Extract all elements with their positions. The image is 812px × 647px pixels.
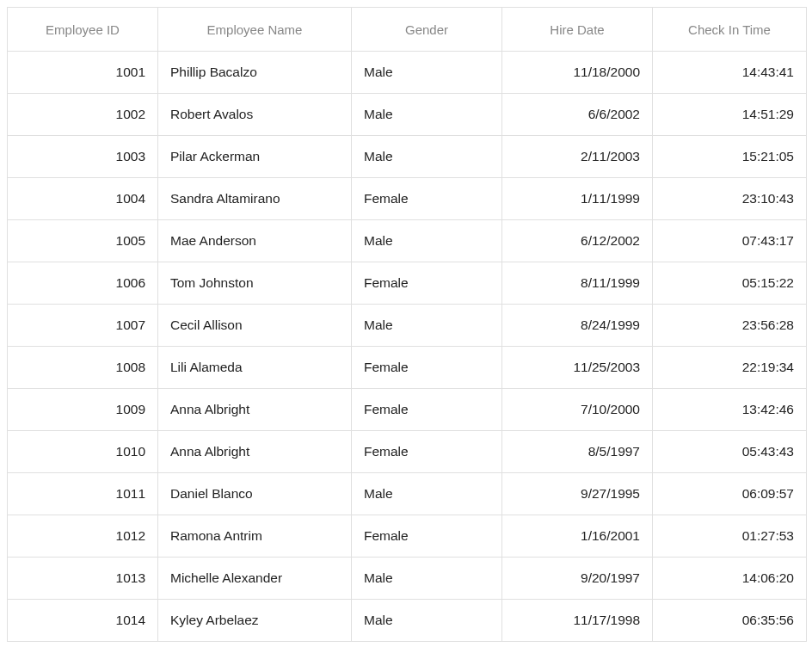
table-row[interactable]: 1013Michelle AlexanderMale9/20/199714:06… xyxy=(7,558,807,600)
cell-check-in-time[interactable]: 14:43:41 xyxy=(652,52,807,94)
cell-employee-id[interactable]: 1002 xyxy=(7,94,157,136)
header-employee-id[interactable]: Employee ID xyxy=(7,7,157,52)
table-row[interactable]: 1014Kyley ArbelaezMale11/17/199806:35:56 xyxy=(7,600,807,642)
table-row[interactable]: 1003Pilar AckermanMale2/11/200315:21:05 xyxy=(7,136,807,178)
cell-gender[interactable]: Female xyxy=(351,431,501,473)
cell-check-in-time[interactable]: 06:35:56 xyxy=(652,600,807,642)
cell-gender[interactable]: Male xyxy=(351,52,501,94)
cell-employee-id[interactable]: 1011 xyxy=(7,473,157,515)
cell-employee-id[interactable]: 1001 xyxy=(7,52,157,94)
cell-hire-date[interactable]: 8/11/1999 xyxy=(501,262,652,305)
cell-hire-date[interactable]: 8/24/1999 xyxy=(501,305,652,347)
cell-employee-id[interactable]: 1010 xyxy=(7,431,157,473)
table-header-row: Employee ID Employee Name Gender Hire Da… xyxy=(7,7,807,52)
cell-hire-date[interactable]: 2/11/2003 xyxy=(501,136,652,178)
cell-employee-id[interactable]: 1008 xyxy=(7,347,157,389)
cell-employee-name[interactable]: Tom Johnston xyxy=(157,262,351,305)
cell-hire-date[interactable]: 8/5/1997 xyxy=(501,431,652,473)
cell-employee-name[interactable]: Sandra Altamirano xyxy=(157,178,351,220)
cell-gender[interactable]: Female xyxy=(351,347,501,389)
cell-employee-name[interactable]: Cecil Allison xyxy=(157,305,351,347)
cell-employee-name[interactable]: Pilar Ackerman xyxy=(157,136,351,178)
table-row[interactable]: 1006Tom JohnstonFemale8/11/199905:15:22 xyxy=(7,262,807,305)
cell-gender[interactable]: Male xyxy=(351,600,501,642)
cell-check-in-time[interactable]: 07:43:17 xyxy=(652,220,807,262)
cell-employee-name[interactable]: Robert Avalos xyxy=(157,94,351,136)
cell-employee-id[interactable]: 1006 xyxy=(7,262,157,305)
cell-check-in-time[interactable]: 23:10:43 xyxy=(652,178,807,220)
cell-check-in-time[interactable]: 23:56:28 xyxy=(652,305,807,347)
cell-employee-id[interactable]: 1009 xyxy=(7,389,157,431)
cell-employee-id[interactable]: 1003 xyxy=(7,136,157,178)
table-row[interactable]: 1007Cecil AllisonMale8/24/199923:56:28 xyxy=(7,305,807,347)
table-row[interactable]: 1010Anna AlbrightFemale8/5/199705:43:43 xyxy=(7,431,807,473)
cell-employee-name[interactable]: Mae Anderson xyxy=(157,220,351,262)
cell-employee-name[interactable]: Anna Albright xyxy=(157,389,351,431)
header-hire-date[interactable]: Hire Date xyxy=(501,7,652,52)
cell-hire-date[interactable]: 9/27/1995 xyxy=(501,473,652,515)
cell-gender[interactable]: Female xyxy=(351,389,501,431)
cell-gender[interactable]: Female xyxy=(351,178,501,220)
cell-employee-name[interactable]: Ramona Antrim xyxy=(157,515,351,558)
cell-check-in-time[interactable]: 06:09:57 xyxy=(652,473,807,515)
cell-gender[interactable]: Male xyxy=(351,136,501,178)
table-row[interactable]: 1012Ramona AntrimFemale1/16/200101:27:53 xyxy=(7,515,807,558)
cell-hire-date[interactable]: 7/10/2000 xyxy=(501,389,652,431)
cell-check-in-time[interactable]: 22:19:34 xyxy=(652,347,807,389)
table-row[interactable]: 1011Daniel BlancoMale9/27/199506:09:57 xyxy=(7,473,807,515)
cell-hire-date[interactable]: 9/20/1997 xyxy=(501,558,652,600)
cell-gender[interactable]: Male xyxy=(351,473,501,515)
cell-gender[interactable]: Male xyxy=(351,558,501,600)
cell-hire-date[interactable]: 11/25/2003 xyxy=(501,347,652,389)
cell-gender[interactable]: Female xyxy=(351,515,501,558)
cell-employee-id[interactable]: 1012 xyxy=(7,515,157,558)
cell-hire-date[interactable]: 6/12/2002 xyxy=(501,220,652,262)
cell-check-in-time[interactable]: 05:15:22 xyxy=(652,262,807,305)
cell-employee-name[interactable]: Daniel Blanco xyxy=(157,473,351,515)
employee-table: Employee ID Employee Name Gender Hire Da… xyxy=(7,7,807,642)
cell-employee-name[interactable]: Michelle Alexander xyxy=(157,558,351,600)
cell-employee-name[interactable]: Kyley Arbelaez xyxy=(157,600,351,642)
cell-hire-date[interactable]: 6/6/2002 xyxy=(501,94,652,136)
cell-gender[interactable]: Male xyxy=(351,220,501,262)
cell-check-in-time[interactable]: 05:43:43 xyxy=(652,431,807,473)
cell-check-in-time[interactable]: 14:06:20 xyxy=(652,558,807,600)
cell-check-in-time[interactable]: 14:51:29 xyxy=(652,94,807,136)
cell-employee-id[interactable]: 1007 xyxy=(7,305,157,347)
cell-employee-name[interactable]: Anna Albright xyxy=(157,431,351,473)
header-employee-name[interactable]: Employee Name xyxy=(157,7,351,52)
table-row[interactable]: 1009Anna AlbrightFemale7/10/200013:42:46 xyxy=(7,389,807,431)
cell-employee-id[interactable]: 1005 xyxy=(7,220,157,262)
cell-employee-name[interactable]: Phillip Bacalzo xyxy=(157,52,351,94)
cell-employee-id[interactable]: 1004 xyxy=(7,178,157,220)
cell-hire-date[interactable]: 11/17/1998 xyxy=(501,600,652,642)
table-row[interactable]: 1001Phillip BacalzoMale11/18/200014:43:4… xyxy=(7,52,807,94)
table-row[interactable]: 1005Mae AndersonMale6/12/200207:43:17 xyxy=(7,220,807,262)
table-row[interactable]: 1008Lili AlamedaFemale11/25/200322:19:34 xyxy=(7,347,807,389)
cell-check-in-time[interactable]: 01:27:53 xyxy=(652,515,807,558)
table-row[interactable]: 1004Sandra AltamiranoFemale1/11/199923:1… xyxy=(7,178,807,220)
cell-hire-date[interactable]: 11/18/2000 xyxy=(501,52,652,94)
header-check-in-time[interactable]: Check In Time xyxy=(652,7,807,52)
cell-employee-id[interactable]: 1013 xyxy=(7,558,157,600)
cell-gender[interactable]: Male xyxy=(351,305,501,347)
employee-table-container: Employee ID Employee Name Gender Hire Da… xyxy=(0,0,812,647)
cell-employee-id[interactable]: 1014 xyxy=(7,600,157,642)
cell-hire-date[interactable]: 1/16/2001 xyxy=(501,515,652,558)
cell-check-in-time[interactable]: 15:21:05 xyxy=(652,136,807,178)
cell-check-in-time[interactable]: 13:42:46 xyxy=(652,389,807,431)
header-gender[interactable]: Gender xyxy=(351,7,501,52)
cell-gender[interactable]: Male xyxy=(351,94,501,136)
table-row[interactable]: 1002Robert AvalosMale6/6/200214:51:29 xyxy=(7,94,807,136)
cell-gender[interactable]: Female xyxy=(351,262,501,305)
cell-employee-name[interactable]: Lili Alameda xyxy=(157,347,351,389)
cell-hire-date[interactable]: 1/11/1999 xyxy=(501,178,652,220)
